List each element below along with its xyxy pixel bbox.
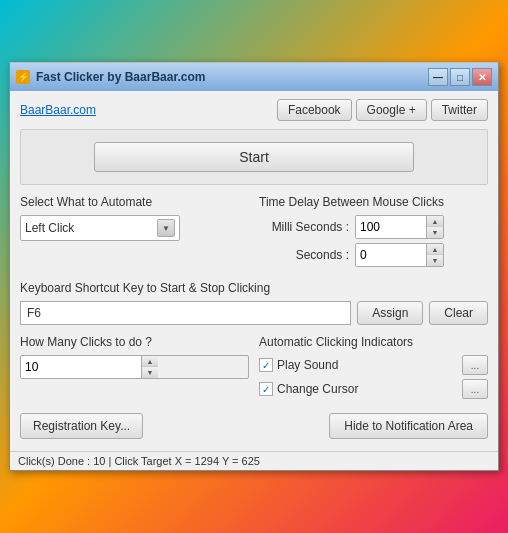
maximize-button[interactable]: □ xyxy=(450,68,470,86)
change-cursor-label: Change Cursor xyxy=(277,382,458,396)
footer-row: Registration Key... Hide to Notification… xyxy=(20,413,488,439)
dropdown-arrow-icon[interactable]: ▼ xyxy=(157,219,175,237)
keyboard-label: Keyboard Shortcut Key to Start & Stop Cl… xyxy=(20,281,488,295)
keyboard-row: Assign Clear xyxy=(20,301,488,325)
play-sound-label: Play Sound xyxy=(277,358,458,372)
change-cursor-browse[interactable]: ... xyxy=(462,379,488,399)
key-input[interactable] xyxy=(20,301,351,325)
clear-button[interactable]: Clear xyxy=(429,301,488,325)
close-button[interactable]: ✕ xyxy=(472,68,492,86)
minimize-button[interactable]: — xyxy=(428,68,448,86)
sec-row: Seconds : ▲ ▼ xyxy=(259,243,488,267)
clicks-spin-buttons: ▲ ▼ xyxy=(141,356,158,378)
sec-spin-down[interactable]: ▼ xyxy=(427,255,443,266)
play-sound-row: ✓ Play Sound ... xyxy=(259,355,488,375)
bottom-two-col: How Many Clicks to do ? ▲ ▼ Automatic Cl… xyxy=(20,335,488,403)
title-buttons: — □ ✕ xyxy=(428,68,492,86)
clicks-label: How Many Clicks to do ? xyxy=(20,335,249,349)
start-button-container: Start xyxy=(20,129,488,185)
content-area: BaarBaar.com Facebook Google + Twitter S… xyxy=(10,91,498,451)
google-button[interactable]: Google + xyxy=(356,99,427,121)
sec-spin-buttons: ▲ ▼ xyxy=(426,244,443,266)
time-delay-section: Time Delay Between Mouse Clicks Milli Se… xyxy=(259,195,488,271)
clicks-section: How Many Clicks to do ? ▲ ▼ xyxy=(20,335,249,403)
automate-section: Select What to Automate Left Click ▼ xyxy=(20,195,249,271)
title-bar: ⚡ Fast Clicker by BaarBaar.com — □ ✕ xyxy=(10,63,498,91)
ms-label: Milli Seconds : xyxy=(259,220,349,234)
clicks-spin-down[interactable]: ▼ xyxy=(142,367,158,378)
keyboard-section: Keyboard Shortcut Key to Start & Stop Cl… xyxy=(20,281,488,325)
sec-label: Seconds : xyxy=(259,248,349,262)
sec-spinbox: ▲ ▼ xyxy=(355,243,444,267)
change-cursor-checkbox[interactable]: ✓ xyxy=(259,382,273,396)
title-bar-left: ⚡ Fast Clicker by BaarBaar.com xyxy=(16,70,205,84)
sec-input[interactable] xyxy=(356,244,426,266)
status-text: Click(s) Done : 10 | Click Target X = 12… xyxy=(18,455,260,467)
baarbaar-link[interactable]: BaarBaar.com xyxy=(20,103,96,117)
ms-input[interactable] xyxy=(356,216,426,238)
sec-spin-up[interactable]: ▲ xyxy=(427,244,443,255)
automate-delay-row: Select What to Automate Left Click ▼ Tim… xyxy=(20,195,488,271)
indicators-label: Automatic Clicking Indicators xyxy=(259,335,488,349)
time-delay-label: Time Delay Between Mouse Clicks xyxy=(259,195,488,209)
registration-key-button[interactable]: Registration Key... xyxy=(20,413,143,439)
twitter-button[interactable]: Twitter xyxy=(431,99,488,121)
clicks-spin-up[interactable]: ▲ xyxy=(142,356,158,367)
top-row: BaarBaar.com Facebook Google + Twitter xyxy=(20,99,488,121)
play-sound-checkbox[interactable]: ✓ xyxy=(259,358,273,372)
automate-label: Select What to Automate xyxy=(20,195,249,209)
status-bar: Click(s) Done : 10 | Click Target X = 12… xyxy=(10,451,498,470)
automate-dropdown[interactable]: Left Click ▼ xyxy=(20,215,180,241)
ms-spin-buttons: ▲ ▼ xyxy=(426,216,443,238)
ms-spinbox: ▲ ▼ xyxy=(355,215,444,239)
dropdown-value: Left Click xyxy=(25,221,157,235)
ms-spin-up[interactable]: ▲ xyxy=(427,216,443,227)
window-title: Fast Clicker by BaarBaar.com xyxy=(36,70,205,84)
social-buttons: Facebook Google + Twitter xyxy=(277,99,488,121)
start-button[interactable]: Start xyxy=(94,142,414,172)
play-sound-browse[interactable]: ... xyxy=(462,355,488,375)
clicks-input[interactable] xyxy=(21,356,141,378)
main-window: ⚡ Fast Clicker by BaarBaar.com — □ ✕ Baa… xyxy=(9,62,499,471)
assign-button[interactable]: Assign xyxy=(357,301,423,325)
facebook-button[interactable]: Facebook xyxy=(277,99,352,121)
indicators-section: Automatic Clicking Indicators ✓ Play Sou… xyxy=(259,335,488,403)
clicks-spinbox: ▲ ▼ xyxy=(20,355,249,379)
ms-row: Milli Seconds : ▲ ▼ xyxy=(259,215,488,239)
hide-to-notification-button[interactable]: Hide to Notification Area xyxy=(329,413,488,439)
ms-spin-down[interactable]: ▼ xyxy=(427,227,443,238)
change-cursor-row: ✓ Change Cursor ... xyxy=(259,379,488,399)
app-icon: ⚡ xyxy=(16,70,30,84)
